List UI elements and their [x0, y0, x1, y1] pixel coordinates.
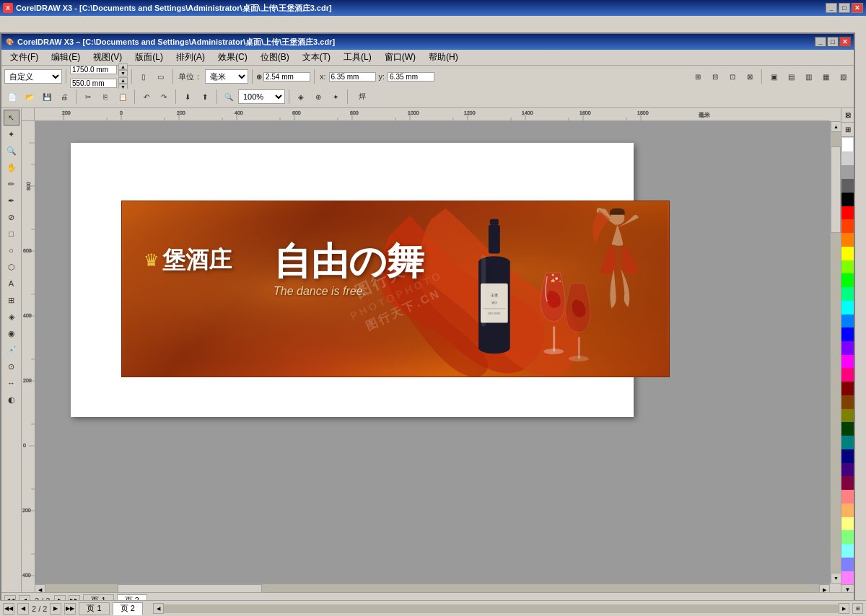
portrait-button[interactable]: ▯ — [136, 69, 152, 84]
color-periwinkle[interactable] — [841, 558, 854, 571]
import-button[interactable]: ⬇ — [180, 89, 196, 105]
select-tool[interactable]: ↖ — [4, 110, 19, 126]
redo-button[interactable]: ↷ — [156, 89, 172, 105]
ellipse-tool[interactable]: ○ — [4, 242, 19, 258]
outer-page-tab-2[interactable]: 页 2 — [113, 602, 143, 615]
landscape-button[interactable]: ▭ — [153, 69, 169, 84]
color-light-cyan[interactable] — [841, 544, 854, 558]
print-button[interactable]: 🖨 — [56, 89, 72, 105]
menu-text[interactable]: 文本(T) — [297, 50, 336, 65]
color-magenta[interactable] — [841, 355, 854, 369]
pan-tool[interactable]: ✋ — [4, 159, 19, 175]
height-up[interactable]: ▲ — [118, 77, 128, 84]
menu-layout[interactable]: 版面(L) — [129, 50, 169, 65]
options-button[interactable]: 焊 — [351, 89, 373, 105]
color-spring-green[interactable] — [841, 287, 854, 301]
color-light-yellow[interactable] — [841, 517, 854, 531]
palette-icon2[interactable]: ⊞ — [841, 123, 854, 137]
color-navy[interactable] — [841, 449, 854, 463]
fill-tool[interactable]: ◈ — [4, 309, 19, 325]
scroll-up-button[interactable]: ▲ — [831, 121, 841, 132]
view-btn1[interactable]: ▣ — [766, 69, 782, 84]
outer-page-tab-1[interactable]: 页 1 — [79, 602, 109, 615]
close-outer-button[interactable]: ✕ — [852, 3, 863, 13]
paste-button[interactable]: 📋 — [115, 89, 131, 105]
view-btn2[interactable]: ▤ — [783, 69, 799, 84]
bezier-tool[interactable]: ✒ — [4, 193, 19, 208]
scroll-down-button[interactable]: ▼ — [831, 573, 841, 584]
inner-close-button[interactable]: ✕ — [839, 37, 851, 47]
maximize-button[interactable]: □ — [839, 3, 850, 13]
color-cyan[interactable] — [841, 301, 854, 314]
nudge-input[interactable] — [263, 72, 310, 82]
palette-top-icon[interactable]: ⊠ — [841, 108, 854, 123]
color-dark-green[interactable] — [841, 422, 854, 436]
color-darkgray[interactable] — [841, 179, 854, 193]
zoom-tool[interactable]: 🔍 — [4, 143, 19, 159]
text-tool[interactable]: A — [4, 276, 19, 291]
color-white[interactable] — [841, 137, 854, 152]
color-blue[interactable] — [841, 327, 854, 341]
color-maroon[interactable] — [841, 382, 854, 395]
view-btn5[interactable]: ▧ — [835, 69, 851, 84]
snap3-button[interactable]: ⊡ — [725, 69, 740, 84]
y-input[interactable] — [388, 72, 434, 82]
copy-button[interactable]: ⎘ — [97, 89, 113, 105]
height-input[interactable] — [70, 79, 117, 88]
outer-scroll-right[interactable]: ▶ — [839, 603, 849, 614]
calligraphy-tool[interactable]: ⊘ — [4, 209, 19, 225]
menu-help[interactable]: 帮助(H) — [423, 50, 464, 65]
outer-nav-last[interactable]: ▶▶ — [64, 603, 76, 615]
width-up[interactable]: ▲ — [118, 63, 128, 70]
undo-button[interactable]: ↶ — [139, 89, 154, 105]
color-teal[interactable] — [841, 436, 854, 449]
style-dropdown[interactable]: 自定义 — [4, 69, 62, 84]
color-lightgray[interactable] — [841, 152, 854, 166]
color-light-magenta[interactable] — [841, 571, 854, 585]
outer-nav-next[interactable]: ▶ — [50, 603, 61, 615]
menu-window[interactable]: 窗口(W) — [379, 50, 421, 65]
color-red[interactable] — [841, 206, 854, 220]
color-gray[interactable] — [841, 165, 854, 179]
shape-tool[interactable]: ✦ — [4, 126, 19, 142]
color-peach[interactable] — [841, 503, 854, 517]
width-input[interactable] — [70, 65, 117, 74]
color-violet[interactable] — [841, 341, 854, 355]
color-olive[interactable] — [841, 409, 854, 423]
table-tool[interactable]: ⊞ — [4, 292, 19, 308]
color-dark-violet[interactable] — [841, 463, 854, 477]
unit-dropdown[interactable]: 毫米 — [205, 69, 248, 84]
interactive-tool[interactable]: ◉ — [4, 325, 19, 341]
freehand-tool[interactable]: ✏ — [4, 176, 19, 192]
color-hot-pink[interactable] — [841, 368, 854, 382]
snap4-button[interactable]: ⊠ — [742, 69, 758, 84]
view-btn3[interactable]: ▥ — [800, 69, 816, 84]
color-green[interactable] — [841, 273, 854, 287]
outer-nav-first[interactable]: ◀◀ — [3, 603, 14, 615]
menu-file[interactable]: 文件(F) — [4, 50, 44, 65]
menu-arrange[interactable]: 排列(A) — [170, 50, 211, 65]
view-btn4[interactable]: ▦ — [818, 69, 834, 84]
save-button[interactable]: 💾 — [39, 89, 55, 105]
color-dark-magenta[interactable] — [841, 476, 854, 490]
inner-restore-button[interactable]: □ — [827, 37, 839, 47]
polygon-tool[interactable]: ⬡ — [4, 259, 19, 275]
rectangle-tool[interactable]: □ — [4, 226, 19, 242]
sparkle-button[interactable]: ✦ — [328, 89, 344, 105]
eyedropper-tool[interactable]: 💉 — [4, 342, 19, 358]
outer-scroll-track[interactable] — [164, 604, 839, 613]
tool2-button[interactable]: ⊕ — [310, 89, 326, 105]
color-yellow-green[interactable] — [841, 260, 854, 274]
color-light-green[interactable] — [841, 530, 854, 544]
tool1-button[interactable]: ◈ — [293, 89, 309, 105]
color-sky-blue[interactable] — [841, 314, 854, 328]
connector-tool[interactable]: ↔ — [4, 375, 19, 391]
snap2-button[interactable]: ⊟ — [707, 69, 723, 84]
color-brown[interactable] — [841, 395, 854, 409]
scroll-v-thumb[interactable] — [831, 146, 841, 233]
menu-bitmaps[interactable]: 位图(B) — [255, 50, 295, 65]
width-down[interactable]: ▼ — [118, 70, 128, 76]
scroll-v-track[interactable] — [831, 132, 841, 573]
outer-nav-prev[interactable]: ◀ — [17, 603, 29, 615]
color-black[interactable] — [841, 193, 854, 206]
